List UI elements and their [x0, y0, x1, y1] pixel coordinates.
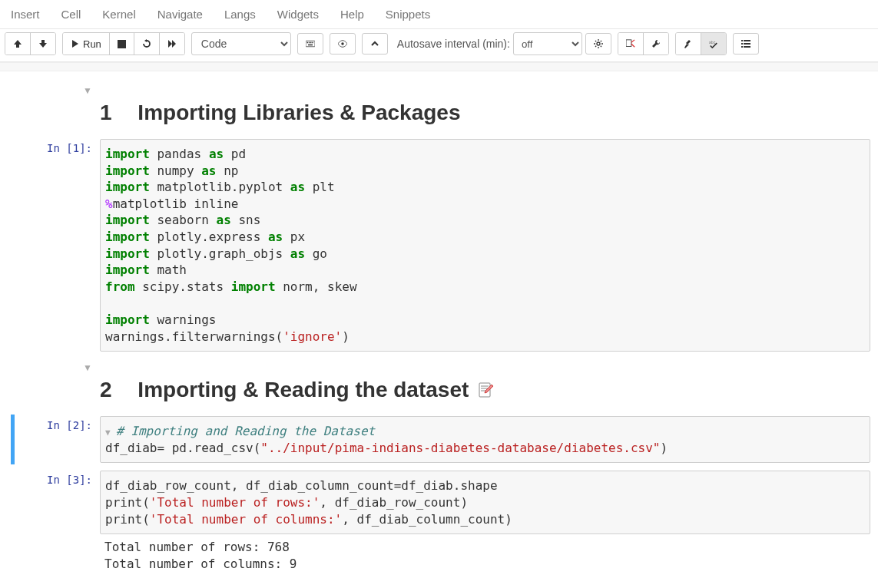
code-editor[interactable]: ▼# Importing and Reading the Dataset df_…	[100, 416, 870, 463]
collapse-icon[interactable]: ▼	[83, 85, 92, 96]
code-editor[interactable]: df_diab_row_count, df_diab_column_count=…	[100, 471, 870, 534]
menu-insert[interactable]: Insert	[0, 3, 51, 25]
run-button[interactable]: Run	[63, 33, 110, 55]
code-cell-3[interactable]: In [3]: df_diab_row_count, df_diab_colum…	[0, 469, 878, 575]
section-2-heading: 2 Importing & Reading the dataset	[100, 378, 870, 402]
notebook-area: ▼ 1 Importing Libraries & Packages In [1…	[0, 71, 878, 575]
code-text[interactable]: ▼# Importing and Reading the Dataset df_…	[105, 423, 865, 456]
code-text[interactable]: df_diab_row_count, df_diab_column_count=…	[105, 477, 865, 527]
eye-icon	[338, 39, 347, 48]
toolbar: Run Code Autosave interval (min): off ab…	[0, 29, 878, 62]
section-1-heading: 1 Importing Libraries & Packages	[100, 101, 870, 125]
markdown-content: 1 Importing Libraries & Packages	[100, 82, 870, 131]
svg-rect-4	[312, 42, 313, 44]
chevron-up-icon	[370, 39, 379, 48]
variable-inspector-button[interactable]	[618, 33, 644, 55]
list-button[interactable]	[733, 33, 759, 55]
svg-rect-13	[744, 43, 750, 45]
input-prompt: In [2]:	[47, 419, 92, 431]
collapse-icon[interactable]: ▼	[83, 362, 92, 373]
markdown-cell-1[interactable]: ▼ 1 Importing Libraries & Packages	[0, 81, 878, 133]
input-prompt: In [3]:	[47, 474, 92, 486]
autosave-select[interactable]: off	[513, 32, 582, 55]
arrow-down-icon	[38, 39, 48, 48]
svg-point-6	[341, 42, 343, 45]
wrench-icon	[651, 39, 661, 48]
settings-button[interactable]	[585, 33, 611, 55]
autosave-label: Autosave interval (min):	[397, 38, 510, 50]
code-cell-2[interactable]: In [2]: ▼# Importing and Reading the Dat…	[0, 415, 878, 464]
svg-rect-11	[744, 40, 750, 41]
menu-langs[interactable]: Langs	[214, 3, 267, 25]
play-icon	[71, 39, 80, 48]
menu-navigate[interactable]: Navigate	[147, 3, 214, 25]
menu-kernel[interactable]: Kernel	[91, 3, 146, 25]
code-cell-1[interactable]: In [1]: import pandas as pd import numpy…	[0, 137, 878, 353]
gear-icon	[594, 39, 603, 48]
move-down-button[interactable]	[31, 33, 55, 55]
arrow-up-icon	[13, 39, 22, 48]
spellcheck-icon: abc	[709, 39, 718, 48]
gavel-button[interactable]	[676, 33, 701, 55]
svg-rect-5	[308, 45, 313, 46]
svg-rect-3	[310, 42, 312, 44]
svg-rect-0	[306, 41, 315, 47]
svg-rect-1	[306, 42, 308, 44]
svg-point-7	[597, 42, 600, 45]
menu-cell[interactable]: Cell	[51, 3, 92, 25]
move-up-button[interactable]	[5, 33, 31, 55]
memo-icon	[476, 381, 495, 399]
spellcheck-button[interactable]: abc	[701, 33, 726, 55]
keyboard-icon	[306, 39, 315, 48]
cell-type-select[interactable]: Code	[191, 32, 291, 55]
svg-rect-8	[626, 40, 631, 47]
restart-button[interactable]	[134, 33, 160, 55]
gavel-icon	[684, 39, 693, 48]
svg-rect-15	[744, 46, 750, 48]
restart-icon	[142, 39, 151, 48]
stop-icon	[118, 40, 126, 48]
fast-forward-icon	[167, 39, 177, 48]
svg-rect-10	[741, 40, 743, 41]
run-all-button[interactable]	[160, 33, 184, 55]
svg-rect-14	[741, 46, 743, 48]
toolbar-spacer	[0, 62, 878, 71]
fold-icon[interactable]: ▼	[105, 428, 113, 439]
code-editor[interactable]: import pandas as pd import numpy as np i…	[100, 139, 870, 352]
interrupt-button[interactable]	[110, 33, 134, 55]
collapse-up-button[interactable]	[362, 33, 388, 55]
list-icon	[741, 39, 750, 48]
svg-rect-12	[741, 43, 743, 45]
tools-button[interactable]	[644, 33, 668, 55]
menubar: Insert Cell Kernel Navigate Langs Widget…	[0, 0, 878, 29]
toggle-eye-button[interactable]	[330, 33, 356, 55]
markdown-content: 2 Importing & Reading the dataset	[100, 359, 870, 408]
input-prompt: In [1]:	[47, 142, 92, 154]
cell-output: Total number of rows: 768 Total number o…	[100, 534, 870, 573]
inspector-icon	[626, 39, 635, 48]
markdown-cell-2[interactable]: ▼ 2 Importing & Reading the dataset	[0, 358, 878, 410]
command-palette-button[interactable]	[297, 33, 323, 55]
menu-widgets[interactable]: Widgets	[267, 3, 330, 25]
code-text[interactable]: import pandas as pd import numpy as np i…	[105, 146, 865, 345]
menu-help[interactable]: Help	[330, 3, 375, 25]
svg-rect-2	[309, 42, 310, 44]
menu-snippets[interactable]: Snippets	[375, 3, 441, 25]
run-label: Run	[83, 38, 101, 50]
svg-text:abc: abc	[709, 40, 716, 45]
